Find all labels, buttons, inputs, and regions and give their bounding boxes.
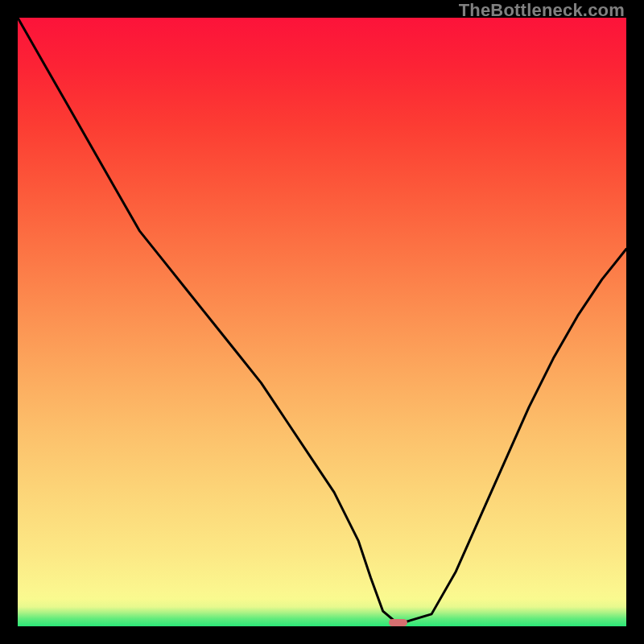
bottleneck-curve (18, 18, 626, 626)
optimum-marker (389, 619, 407, 626)
attribution-label: TheBottleneck.com (459, 0, 625, 21)
chart-container: TheBottleneck.com (0, 0, 644, 644)
plot-area (18, 18, 626, 626)
